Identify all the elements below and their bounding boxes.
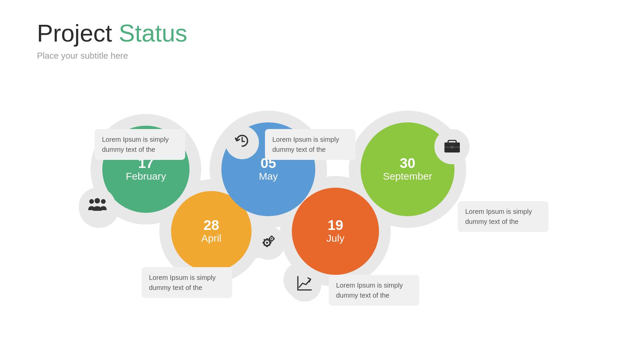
svg-point-14 bbox=[89, 199, 94, 204]
textbox-apr: Lorem Ipsum is simply dummy text of the bbox=[142, 267, 232, 298]
title-part1: Project bbox=[37, 20, 112, 47]
textbox-feb-line1: Lorem Ipsum is simply bbox=[102, 136, 169, 143]
textbox-may-line1: Lorem Ipsum is simply bbox=[272, 136, 339, 143]
feb-month: February bbox=[126, 170, 166, 182]
svg-point-30 bbox=[271, 238, 272, 239]
textbox-sep-line2: dummy text of the bbox=[465, 218, 519, 225]
textbox-may: Lorem Ipsum is simply dummy text of the bbox=[265, 129, 356, 160]
svg-rect-31 bbox=[271, 236, 273, 237]
textbox-jul-line1: Lorem Ipsum is simply bbox=[336, 282, 403, 289]
history-icon-bubble bbox=[225, 126, 259, 159]
svg-rect-23 bbox=[263, 242, 264, 244]
svg-rect-24 bbox=[270, 242, 271, 244]
textbox-apr-line1: Lorem Ipsum is simply bbox=[149, 274, 216, 281]
jul-day: 19 bbox=[328, 218, 343, 232]
svg-rect-41 bbox=[451, 146, 453, 148]
svg-rect-22 bbox=[266, 245, 268, 247]
chart-icon-bubble bbox=[288, 268, 321, 302]
svg-rect-39 bbox=[448, 140, 456, 144]
textbox-apr-line2: dummy text of the bbox=[149, 284, 202, 291]
svg-rect-34 bbox=[273, 238, 275, 240]
sep-month: September bbox=[383, 170, 432, 182]
people-icon-bubble bbox=[79, 188, 116, 225]
chart-icon bbox=[296, 275, 313, 295]
textbox-sep-line1: Lorem Ipsum is simply bbox=[465, 208, 532, 215]
textbox-may-line2: dummy text of the bbox=[272, 146, 326, 153]
briefcase-icon bbox=[443, 137, 461, 157]
diagram: 17 February 28 April 05 May 19 July 30 S… bbox=[34, 67, 610, 335]
textbox-feb: Lorem Ipsum is simply dummy text of the bbox=[95, 129, 185, 160]
briefcase-icon-bubble bbox=[434, 129, 470, 164]
textbox-jul: Lorem Ipsum is simply dummy text of the bbox=[329, 275, 419, 306]
svg-rect-33 bbox=[269, 238, 270, 240]
svg-rect-32 bbox=[271, 240, 273, 242]
gears-icon bbox=[260, 233, 277, 253]
svg-rect-21 bbox=[266, 238, 268, 240]
title-part2: Status bbox=[119, 20, 187, 47]
people-icon bbox=[88, 197, 107, 216]
header: Project Status Place your subtitle here bbox=[37, 20, 187, 61]
textbox-sep: Lorem Ipsum is simply dummy text of the bbox=[458, 201, 548, 232]
gears-icon-bubble bbox=[252, 226, 285, 260]
svg-point-20 bbox=[266, 242, 268, 244]
may-month: May bbox=[259, 170, 278, 182]
svg-point-16 bbox=[95, 198, 100, 203]
apr-day: 28 bbox=[204, 218, 219, 232]
milestone-jul: 19 July bbox=[292, 188, 379, 275]
page-title: Project Status bbox=[37, 20, 187, 47]
textbox-feb-line2: dummy text of the bbox=[102, 146, 155, 153]
textbox-jul-line2: dummy text of the bbox=[336, 292, 389, 299]
jul-month: July bbox=[326, 232, 344, 244]
subtitle: Place your subtitle here bbox=[37, 51, 187, 61]
sep-day: 30 bbox=[400, 156, 416, 170]
apr-month: April bbox=[201, 232, 221, 244]
svg-point-15 bbox=[101, 199, 106, 204]
history-icon bbox=[234, 133, 250, 152]
